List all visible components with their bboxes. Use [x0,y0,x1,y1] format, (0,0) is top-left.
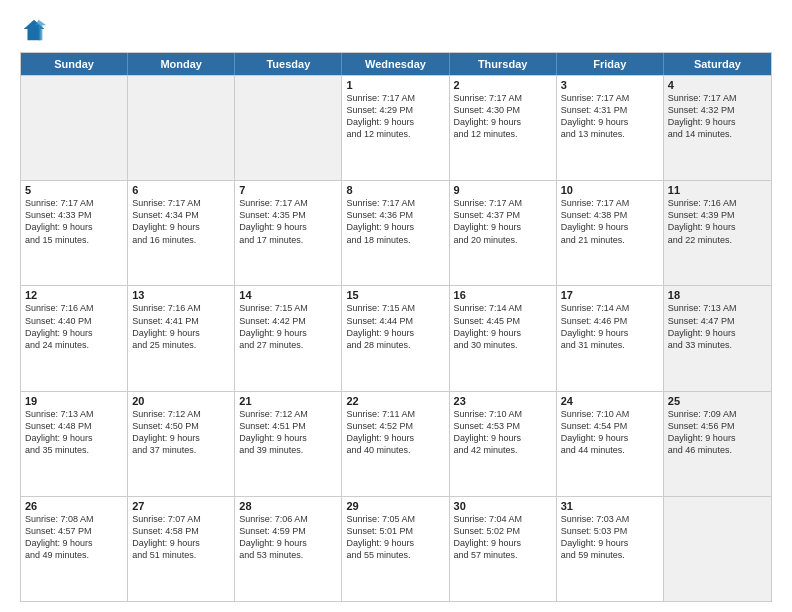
table-row: 14Sunrise: 7:15 AM Sunset: 4:42 PM Dayli… [235,286,342,390]
day-info: Sunrise: 7:15 AM Sunset: 4:42 PM Dayligh… [239,302,337,351]
day-number: 21 [239,395,337,407]
day-info: Sunrise: 7:13 AM Sunset: 4:47 PM Dayligh… [668,302,767,351]
calendar-header-thursday: Thursday [450,53,557,75]
day-info: Sunrise: 7:05 AM Sunset: 5:01 PM Dayligh… [346,513,444,562]
day-number: 8 [346,184,444,196]
day-number: 10 [561,184,659,196]
day-info: Sunrise: 7:17 AM Sunset: 4:37 PM Dayligh… [454,197,552,246]
day-number: 25 [668,395,767,407]
day-info: Sunrise: 7:10 AM Sunset: 4:54 PM Dayligh… [561,408,659,457]
calendar-header-wednesday: Wednesday [342,53,449,75]
day-info: Sunrise: 7:17 AM Sunset: 4:30 PM Dayligh… [454,92,552,141]
calendar-week-4: 19Sunrise: 7:13 AM Sunset: 4:48 PM Dayli… [21,391,771,496]
table-row: 27Sunrise: 7:07 AM Sunset: 4:58 PM Dayli… [128,497,235,601]
table-row: 7Sunrise: 7:17 AM Sunset: 4:35 PM Daylig… [235,181,342,285]
calendar-header: SundayMondayTuesdayWednesdayThursdayFrid… [21,53,771,75]
table-row: 21Sunrise: 7:12 AM Sunset: 4:51 PM Dayli… [235,392,342,496]
day-info: Sunrise: 7:16 AM Sunset: 4:39 PM Dayligh… [668,197,767,246]
table-row: 23Sunrise: 7:10 AM Sunset: 4:53 PM Dayli… [450,392,557,496]
table-row: 25Sunrise: 7:09 AM Sunset: 4:56 PM Dayli… [664,392,771,496]
calendar-header-sunday: Sunday [21,53,128,75]
table-row: 15Sunrise: 7:15 AM Sunset: 4:44 PM Dayli… [342,286,449,390]
day-info: Sunrise: 7:17 AM Sunset: 4:35 PM Dayligh… [239,197,337,246]
table-row: 26Sunrise: 7:08 AM Sunset: 4:57 PM Dayli… [21,497,128,601]
day-info: Sunrise: 7:06 AM Sunset: 4:59 PM Dayligh… [239,513,337,562]
day-info: Sunrise: 7:15 AM Sunset: 4:44 PM Dayligh… [346,302,444,351]
calendar-week-3: 12Sunrise: 7:16 AM Sunset: 4:40 PM Dayli… [21,285,771,390]
day-number: 26 [25,500,123,512]
day-info: Sunrise: 7:14 AM Sunset: 4:45 PM Dayligh… [454,302,552,351]
calendar-header-saturday: Saturday [664,53,771,75]
table-row: 20Sunrise: 7:12 AM Sunset: 4:50 PM Dayli… [128,392,235,496]
day-number: 17 [561,289,659,301]
day-number: 22 [346,395,444,407]
day-info: Sunrise: 7:17 AM Sunset: 4:33 PM Dayligh… [25,197,123,246]
day-info: Sunrise: 7:09 AM Sunset: 4:56 PM Dayligh… [668,408,767,457]
day-info: Sunrise: 7:11 AM Sunset: 4:52 PM Dayligh… [346,408,444,457]
day-number: 19 [25,395,123,407]
day-info: Sunrise: 7:10 AM Sunset: 4:53 PM Dayligh… [454,408,552,457]
day-number: 18 [668,289,767,301]
table-row: 8Sunrise: 7:17 AM Sunset: 4:36 PM Daylig… [342,181,449,285]
table-row [21,76,128,180]
day-info: Sunrise: 7:16 AM Sunset: 4:41 PM Dayligh… [132,302,230,351]
day-info: Sunrise: 7:13 AM Sunset: 4:48 PM Dayligh… [25,408,123,457]
calendar-header-friday: Friday [557,53,664,75]
day-number: 27 [132,500,230,512]
page-header [20,16,772,44]
table-row [128,76,235,180]
table-row: 9Sunrise: 7:17 AM Sunset: 4:37 PM Daylig… [450,181,557,285]
day-info: Sunrise: 7:17 AM Sunset: 4:29 PM Dayligh… [346,92,444,141]
logo-icon [20,16,48,44]
table-row: 29Sunrise: 7:05 AM Sunset: 5:01 PM Dayli… [342,497,449,601]
table-row: 4Sunrise: 7:17 AM Sunset: 4:32 PM Daylig… [664,76,771,180]
table-row: 16Sunrise: 7:14 AM Sunset: 4:45 PM Dayli… [450,286,557,390]
day-number: 16 [454,289,552,301]
day-info: Sunrise: 7:17 AM Sunset: 4:38 PM Dayligh… [561,197,659,246]
table-row: 5Sunrise: 7:17 AM Sunset: 4:33 PM Daylig… [21,181,128,285]
day-number: 30 [454,500,552,512]
day-info: Sunrise: 7:08 AM Sunset: 4:57 PM Dayligh… [25,513,123,562]
day-info: Sunrise: 7:14 AM Sunset: 4:46 PM Dayligh… [561,302,659,351]
logo [20,16,52,44]
day-info: Sunrise: 7:17 AM Sunset: 4:36 PM Dayligh… [346,197,444,246]
table-row [235,76,342,180]
calendar-header-monday: Monday [128,53,235,75]
day-number: 28 [239,500,337,512]
day-info: Sunrise: 7:04 AM Sunset: 5:02 PM Dayligh… [454,513,552,562]
table-row: 12Sunrise: 7:16 AM Sunset: 4:40 PM Dayli… [21,286,128,390]
day-info: Sunrise: 7:17 AM Sunset: 4:34 PM Dayligh… [132,197,230,246]
calendar-week-2: 5Sunrise: 7:17 AM Sunset: 4:33 PM Daylig… [21,180,771,285]
day-number: 14 [239,289,337,301]
calendar-header-tuesday: Tuesday [235,53,342,75]
calendar-body: 1Sunrise: 7:17 AM Sunset: 4:29 PM Daylig… [21,75,771,601]
day-number: 23 [454,395,552,407]
day-number: 5 [25,184,123,196]
table-row: 11Sunrise: 7:16 AM Sunset: 4:39 PM Dayli… [664,181,771,285]
day-number: 12 [25,289,123,301]
day-number: 24 [561,395,659,407]
table-row: 17Sunrise: 7:14 AM Sunset: 4:46 PM Dayli… [557,286,664,390]
calendar: SundayMondayTuesdayWednesdayThursdayFrid… [20,52,772,602]
table-row: 3Sunrise: 7:17 AM Sunset: 4:31 PM Daylig… [557,76,664,180]
day-number: 3 [561,79,659,91]
day-number: 29 [346,500,444,512]
day-info: Sunrise: 7:03 AM Sunset: 5:03 PM Dayligh… [561,513,659,562]
day-number: 31 [561,500,659,512]
day-info: Sunrise: 7:16 AM Sunset: 4:40 PM Dayligh… [25,302,123,351]
day-number: 15 [346,289,444,301]
table-row: 10Sunrise: 7:17 AM Sunset: 4:38 PM Dayli… [557,181,664,285]
day-info: Sunrise: 7:12 AM Sunset: 4:50 PM Dayligh… [132,408,230,457]
day-number: 6 [132,184,230,196]
day-number: 9 [454,184,552,196]
day-number: 13 [132,289,230,301]
day-number: 4 [668,79,767,91]
table-row: 1Sunrise: 7:17 AM Sunset: 4:29 PM Daylig… [342,76,449,180]
day-number: 11 [668,184,767,196]
table-row: 28Sunrise: 7:06 AM Sunset: 4:59 PM Dayli… [235,497,342,601]
table-row [664,497,771,601]
calendar-week-1: 1Sunrise: 7:17 AM Sunset: 4:29 PM Daylig… [21,75,771,180]
table-row: 19Sunrise: 7:13 AM Sunset: 4:48 PM Dayli… [21,392,128,496]
table-row: 22Sunrise: 7:11 AM Sunset: 4:52 PM Dayli… [342,392,449,496]
table-row: 30Sunrise: 7:04 AM Sunset: 5:02 PM Dayli… [450,497,557,601]
